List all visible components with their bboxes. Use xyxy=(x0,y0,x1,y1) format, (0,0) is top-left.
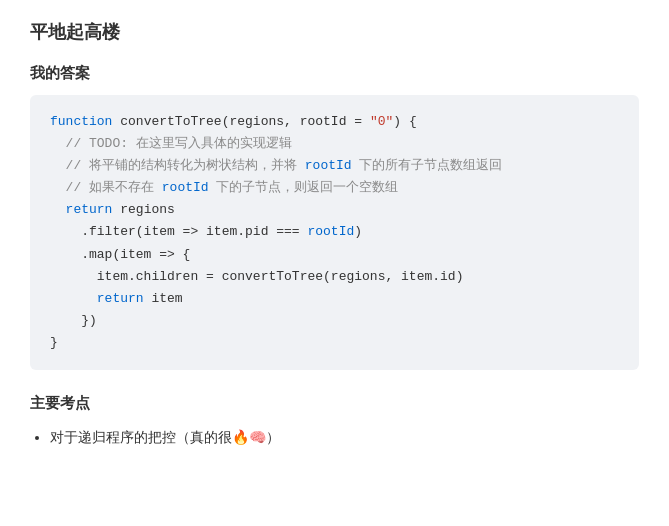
code-line-2: // TODO: 在这里写入具体的实现逻辑 xyxy=(50,133,619,155)
code-line-1: function convertToTree(regions, rootId =… xyxy=(50,111,619,133)
code-block: function convertToTree(regions, rootId =… xyxy=(30,95,639,370)
list-item: 对于递归程序的把控（真的很🔥🧠） xyxy=(50,425,639,450)
main-points-section: 主要考点 对于递归程序的把控（真的很🔥🧠） xyxy=(30,394,639,450)
page-title: 平地起高楼 xyxy=(30,20,639,44)
code-line-11: } xyxy=(50,332,619,354)
code-line-10: }) xyxy=(50,310,619,332)
code-line-4: // 如果不存在 rootId 下的子节点，则返回一个空数组 xyxy=(50,177,619,199)
code-line-5: return regions xyxy=(50,199,619,221)
code-line-8: item.children = convertToTree(regions, i… xyxy=(50,266,619,288)
code-line-7: .map(item => { xyxy=(50,244,619,266)
main-points-label: 主要考点 xyxy=(30,394,639,413)
main-points-list: 对于递归程序的把控（真的很🔥🧠） xyxy=(30,425,639,450)
code-line-9: return item xyxy=(50,288,619,310)
code-line-6: .filter(item => item.pid === rootId) xyxy=(50,221,619,243)
code-line-3: // 将平铺的结构转化为树状结构，并将 rootId 下的所有子节点数组返回 xyxy=(50,155,619,177)
list-item-text: 对于递归程序的把控（真的很🔥🧠） xyxy=(50,429,280,445)
my-answer-section: 我的答案 function convertToTree(regions, roo… xyxy=(30,64,639,370)
my-answer-label: 我的答案 xyxy=(30,64,639,83)
